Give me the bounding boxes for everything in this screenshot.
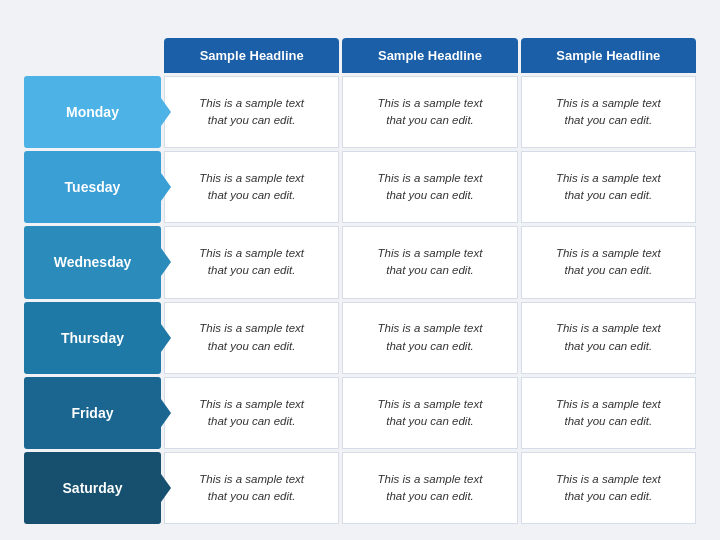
cell-text: This is a sample textthat you can edit. <box>556 471 661 506</box>
cell-text: This is a sample textthat you can edit. <box>199 95 304 130</box>
content-cell-1-1[interactable]: This is a sample textthat you can edit. <box>342 151 517 223</box>
content-cell-1-0[interactable]: This is a sample textthat you can edit. <box>164 151 339 223</box>
table-row: MondayThis is a sample textthat you can … <box>24 76 696 148</box>
content-cell-4-2[interactable]: This is a sample textthat you can edit. <box>521 377 696 449</box>
content-cell-0-0[interactable]: This is a sample textthat you can edit. <box>164 76 339 148</box>
table-row: FridayThis is a sample textthat you can … <box>24 377 696 449</box>
cell-text: This is a sample textthat you can edit. <box>378 245 483 280</box>
cell-text: This is a sample textthat you can edit. <box>199 245 304 280</box>
content-cell-2-2[interactable]: This is a sample textthat you can edit. <box>521 226 696 298</box>
table-row: ThursdayThis is a sample textthat you ca… <box>24 302 696 374</box>
day-cell-tuesday: Tuesday <box>24 151 161 223</box>
day-cell-friday: Friday <box>24 377 161 449</box>
cell-text: This is a sample textthat you can edit. <box>378 170 483 205</box>
cell-text: This is a sample textthat you can edit. <box>378 396 483 431</box>
cell-text: This is a sample textthat you can edit. <box>378 471 483 506</box>
table-row: TuesdayThis is a sample textthat you can… <box>24 151 696 223</box>
content-cell-0-1[interactable]: This is a sample textthat you can edit. <box>342 76 517 148</box>
content-cell-3-1[interactable]: This is a sample textthat you can edit. <box>342 302 517 374</box>
cell-text: This is a sample textthat you can edit. <box>556 170 661 205</box>
content-cell-5-0[interactable]: This is a sample textthat you can edit. <box>164 452 339 524</box>
cell-text: This is a sample textthat you can edit. <box>556 320 661 355</box>
content-cell-4-0[interactable]: This is a sample textthat you can edit. <box>164 377 339 449</box>
cell-text: This is a sample textthat you can edit. <box>199 320 304 355</box>
cell-text: This is a sample textthat you can edit. <box>378 95 483 130</box>
header-cell-2: Sample Headline <box>521 38 696 73</box>
content-cell-0-2[interactable]: This is a sample textthat you can edit. <box>521 76 696 148</box>
cell-text: This is a sample textthat you can edit. <box>378 320 483 355</box>
cell-text: This is a sample textthat you can edit. <box>199 170 304 205</box>
content-cell-2-1[interactable]: This is a sample textthat you can edit. <box>342 226 517 298</box>
header-cell-1: Sample Headline <box>342 38 517 73</box>
content-cell-4-1[interactable]: This is a sample textthat you can edit. <box>342 377 517 449</box>
content-cell-5-2[interactable]: This is a sample textthat you can edit. <box>521 452 696 524</box>
cell-text: This is a sample textthat you can edit. <box>556 396 661 431</box>
day-cell-monday: Monday <box>24 76 161 148</box>
content-cell-1-2[interactable]: This is a sample textthat you can edit. <box>521 151 696 223</box>
data-rows: MondayThis is a sample textthat you can … <box>24 76 696 524</box>
day-cell-wednesday: Wednesday <box>24 226 161 298</box>
content-cell-2-0[interactable]: This is a sample textthat you can edit. <box>164 226 339 298</box>
table-row: WednesdayThis is a sample textthat you c… <box>24 226 696 298</box>
day-cell-saturday: Saturday <box>24 452 161 524</box>
day-cell-thursday: Thursday <box>24 302 161 374</box>
cell-text: This is a sample textthat you can edit. <box>556 245 661 280</box>
table-row: SaturdayThis is a sample textthat you ca… <box>24 452 696 524</box>
header-row: Sample HeadlineSample HeadlineSample Hea… <box>164 38 696 73</box>
header-cell-0: Sample Headline <box>164 38 339 73</box>
cell-text: This is a sample textthat you can edit. <box>556 95 661 130</box>
content-cell-3-0[interactable]: This is a sample textthat you can edit. <box>164 302 339 374</box>
page: Sample HeadlineSample HeadlineSample Hea… <box>0 0 720 540</box>
content-cell-5-1[interactable]: This is a sample textthat you can edit. <box>342 452 517 524</box>
content-cell-3-2[interactable]: This is a sample textthat you can edit. <box>521 302 696 374</box>
schedule-table: Sample HeadlineSample HeadlineSample Hea… <box>24 38 696 524</box>
cell-text: This is a sample textthat you can edit. <box>199 396 304 431</box>
cell-text: This is a sample textthat you can edit. <box>199 471 304 506</box>
